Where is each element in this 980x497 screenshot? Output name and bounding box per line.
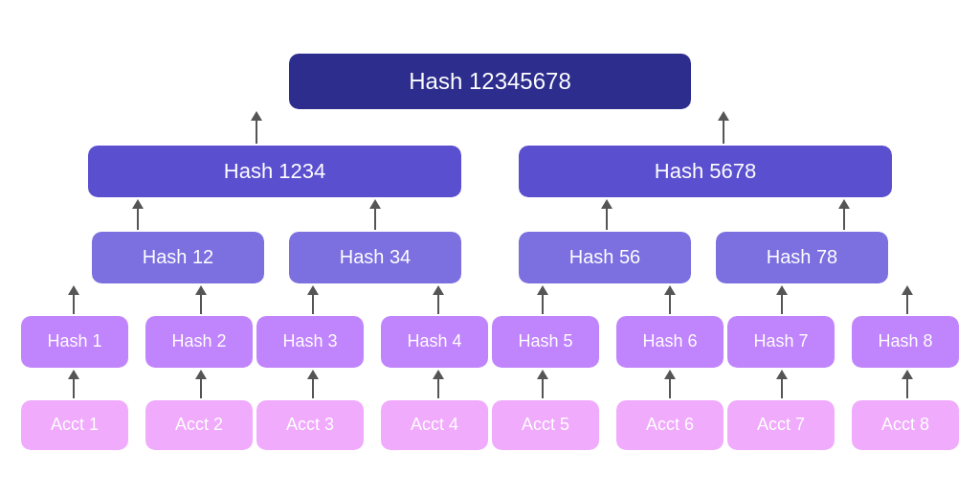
connector-svg-root [21, 109, 959, 146]
svg-marker-31 [195, 370, 207, 379]
arrows-to-root [21, 109, 959, 146]
node-hash2: Hash 2 [145, 316, 253, 368]
svg-marker-37 [537, 370, 548, 379]
arrows-to-level3 [21, 368, 959, 400]
node-hash5: Hash 5 [492, 316, 599, 368]
node-hash4: Hash 4 [381, 316, 488, 368]
svg-marker-29 [68, 370, 79, 379]
node-hash5678: Hash 5678 [519, 146, 892, 197]
node-hash6: Hash 6 [616, 316, 724, 368]
level3-row: Hash 1 Hash 2 Hash 3 Hash 4 Hash 5 Hash … [21, 316, 959, 368]
node-acct2: Acct 2 [145, 400, 253, 450]
svg-marker-41 [776, 370, 788, 379]
node-hash1: Hash 1 [21, 316, 128, 368]
node-acct3: Acct 3 [256, 400, 364, 450]
svg-marker-17 [307, 285, 319, 295]
svg-marker-35 [433, 370, 444, 379]
node-hash7: Hash 7 [727, 316, 835, 368]
node-acct6: Acct 6 [616, 400, 724, 450]
arrows-to-level2 [21, 283, 959, 316]
svg-marker-39 [664, 370, 676, 379]
level2-row: Hash 12 Hash 34 Hash 56 Hash 78 [21, 232, 959, 283]
node-root: Hash 12345678 [289, 54, 691, 109]
node-hash1234: Hash 1234 [88, 146, 461, 197]
level1-row: Hash 1234 Hash 5678 [21, 146, 959, 197]
node-hash12: Hash 12 [92, 232, 264, 283]
root-row: Hash 12345678 [21, 54, 959, 109]
connector-svg-level2 [21, 283, 959, 316]
node-hash34: Hash 34 [289, 232, 461, 283]
svg-marker-5 [132, 199, 144, 209]
svg-marker-3 [718, 111, 729, 121]
arrows-to-level1 [21, 197, 959, 232]
svg-marker-43 [902, 370, 913, 379]
svg-marker-27 [902, 285, 913, 295]
svg-marker-15 [195, 285, 207, 295]
node-acct8: Acct 8 [852, 400, 959, 450]
svg-marker-9 [601, 199, 612, 209]
svg-marker-7 [369, 199, 381, 209]
svg-marker-11 [838, 199, 850, 209]
node-acct7: Acct 7 [727, 400, 835, 450]
connector-svg-level1 [21, 197, 959, 232]
connector-svg-level3 [21, 368, 959, 400]
node-hash8: Hash 8 [852, 316, 959, 368]
node-acct5: Acct 5 [492, 400, 599, 450]
svg-marker-1 [251, 111, 262, 121]
node-hash3: Hash 3 [256, 316, 364, 368]
svg-marker-19 [433, 285, 444, 295]
svg-marker-21 [537, 285, 548, 295]
level4-row: Acct 1 Acct 2 Acct 3 Acct 4 Acct 5 Acct … [21, 400, 959, 450]
svg-marker-33 [307, 370, 319, 379]
svg-marker-25 [776, 285, 788, 295]
node-hash56: Hash 56 [519, 232, 691, 283]
node-hash78: Hash 78 [716, 232, 888, 283]
svg-marker-23 [664, 285, 676, 295]
svg-marker-13 [68, 285, 79, 295]
node-acct1: Acct 1 [21, 400, 128, 450]
merkle-tree-diagram: Hash 12345678 Hash 1234 Hash 5678 [21, 38, 959, 460]
node-acct4: Acct 4 [381, 400, 488, 450]
